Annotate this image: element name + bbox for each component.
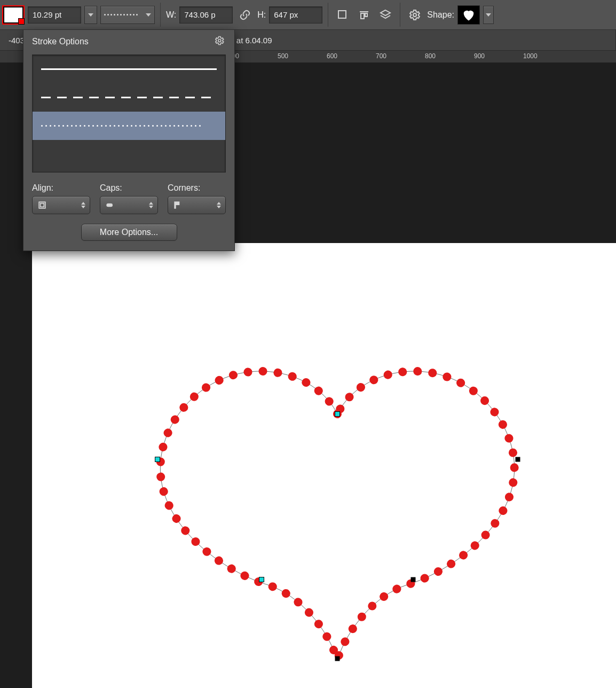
stroke-width-field[interactable]: 10.29 pt — [28, 6, 81, 24]
stroke-preset-dotted[interactable] — [33, 112, 225, 140]
height-field[interactable]: 647 px — [269, 6, 322, 24]
ruler-tick-label: 1000 — [523, 52, 538, 60]
stroke-caps-select[interactable] — [100, 196, 158, 214]
path-alignment-icon[interactable] — [355, 6, 373, 24]
fill-stroke-swatch[interactable] — [2, 5, 25, 25]
path-anchor[interactable] — [335, 656, 340, 661]
svg-rect-2 — [361, 13, 364, 19]
link-dimensions-icon[interactable] — [236, 6, 254, 24]
svg-point-6 — [218, 40, 221, 42]
gear-icon[interactable] — [406, 6, 424, 24]
path-anchor[interactable] — [155, 457, 160, 462]
custom-shape-dropdown[interactable] — [483, 6, 494, 24]
tab-label: -403 — [9, 36, 25, 45]
ruler-tick-label: 900 — [474, 52, 485, 60]
svg-rect-8 — [41, 204, 44, 207]
more-options-button[interactable]: More Options... — [81, 224, 177, 241]
shape-label: Shape: — [427, 10, 454, 20]
svg-marker-4 — [381, 10, 390, 15]
ruler-tick-label: 700 — [376, 52, 386, 60]
stroke-preset-empty — [33, 140, 225, 172]
shape-options-bar: 10.29 pt W: 743.06 p H: 647 px Shape: — [0, 0, 616, 30]
stroke-options-panel: Stroke Options Align: Caps: Corn — [23, 29, 235, 251]
custom-shape-picker[interactable] — [457, 5, 480, 25]
path-anchor[interactable] — [516, 457, 520, 462]
align-label: Align: — [32, 183, 90, 193]
stroke-width-dropdown[interactable] — [84, 6, 97, 24]
heart-shape[interactable] — [151, 345, 524, 665]
path-anchor[interactable] — [335, 411, 340, 417]
ruler-tick-label: 600 — [327, 52, 337, 60]
stroke-preset-solid[interactable] — [33, 55, 225, 83]
path-anchor[interactable] — [259, 577, 264, 582]
svg-point-5 — [413, 13, 416, 17]
panel-title: Stroke Options — [32, 37, 89, 46]
svg-rect-0 — [338, 11, 346, 18]
gear-icon[interactable] — [215, 35, 226, 48]
caps-label: Caps: — [100, 183, 158, 193]
path-anchor[interactable] — [411, 577, 416, 582]
width-field[interactable]: 743.06 p — [179, 6, 233, 24]
corners-label: Corners: — [168, 183, 226, 193]
ruler-tick-label: 500 — [278, 52, 288, 60]
path-arrangement-icon[interactable] — [376, 6, 394, 24]
stroke-preset-dashed[interactable] — [33, 83, 225, 112]
height-label: H: — [257, 10, 266, 20]
stroke-corners-select[interactable] — [168, 196, 226, 214]
svg-rect-9 — [106, 204, 113, 207]
path-operations-icon[interactable] — [334, 6, 352, 24]
stroke-align-select[interactable] — [32, 196, 90, 214]
width-label: W: — [166, 10, 176, 20]
stroke-style-dropdown[interactable] — [100, 6, 155, 24]
stroke-preset-list — [32, 54, 226, 173]
ruler-tick-label: 800 — [425, 52, 436, 60]
svg-rect-3 — [365, 13, 367, 17]
